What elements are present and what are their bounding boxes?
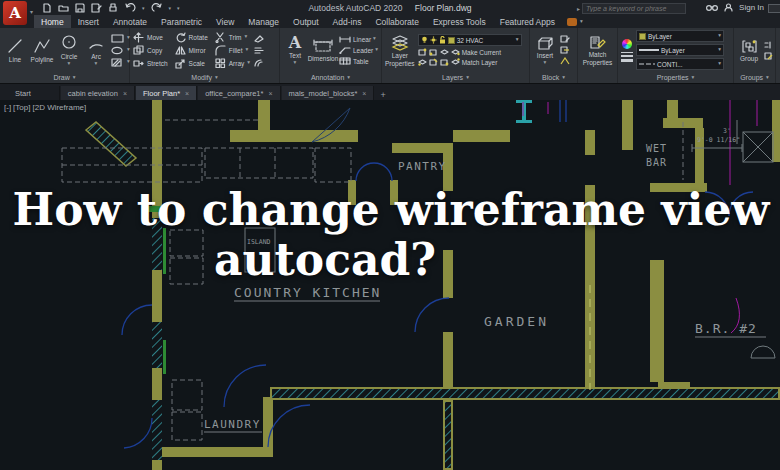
panel-label-block[interactable]: Block▾: [530, 72, 577, 83]
open-folder-icon[interactable]: [58, 3, 69, 13]
file-tab-model-blocks[interactable]: mals_model_blocks*×: [282, 86, 375, 100]
mirror-button[interactable]: Mirror: [175, 44, 208, 57]
chevron-down-icon[interactable]: ▾: [95, 61, 98, 67]
match-properties-button[interactable]: Match Properties: [583, 35, 613, 66]
object-color-dropdown[interactable]: ByLayer▾: [636, 30, 724, 42]
fillet-button[interactable]: Fillet▾: [215, 44, 250, 57]
search-binoculars-icon[interactable]: [706, 3, 718, 12]
tab-home[interactable]: Home: [34, 15, 71, 28]
rectangle-button[interactable]: ▾: [111, 34, 130, 43]
group-button[interactable]: Group: [737, 39, 761, 62]
tab-collaborate[interactable]: Collaborate: [368, 15, 425, 28]
linear-dimension-button[interactable]: Linear▾: [339, 35, 378, 43]
sign-in-link[interactable]: Sign In: [739, 3, 764, 12]
circle-button[interactable]: Circle ▾: [57, 34, 81, 67]
chevron-down-icon[interactable]: ▾: [68, 61, 71, 67]
chevron-down-icon[interactable]: ▾: [169, 6, 172, 11]
layer-properties-button[interactable]: Layer Properties: [385, 34, 415, 67]
tab-annotate[interactable]: Annotate: [106, 15, 154, 28]
trim-button[interactable]: Trim▾: [215, 31, 250, 44]
panel-label-utilities[interactable]: Uti...: [776, 72, 780, 83]
text-button[interactable]: A Text ▾: [283, 34, 307, 66]
erase-icon[interactable]: [253, 34, 265, 43]
make-current-button[interactable]: Make Current: [418, 48, 522, 56]
search-flyout-icon[interactable]: ▸: [577, 5, 580, 12]
lineweight-dropdown[interactable]: ByLayer▾: [636, 44, 724, 56]
arc-button[interactable]: Arc ▾: [84, 34, 108, 67]
polyline-button[interactable]: Polyline: [30, 37, 54, 63]
chevron-down-icon[interactable]: ▾: [142, 6, 145, 11]
group-edit-icon[interactable]: [764, 52, 773, 60]
panel-label-layers[interactable]: Layers▾: [382, 72, 529, 83]
panel-label-modify[interactable]: Modify▾: [130, 72, 279, 83]
close-icon[interactable]: ×: [123, 90, 127, 97]
file-tab-floor-plan[interactable]: Floor Plan*×: [136, 86, 197, 100]
viewport-view-control[interactable]: [Top]: [13, 103, 30, 112]
search-input[interactable]: [583, 5, 685, 12]
new-tab-button[interactable]: +: [380, 90, 385, 100]
save-icon[interactable]: [75, 3, 85, 13]
linetype-dropdown[interactable]: CONTI...▾: [636, 58, 724, 70]
tab-add-ins[interactable]: Add-ins: [326, 15, 369, 28]
autocad-logo-icon[interactable]: A: [3, 1, 27, 25]
tab-insert[interactable]: Insert: [71, 15, 106, 28]
panel-label-groups[interactable]: Groups▾: [734, 72, 775, 83]
file-tab-office-compare[interactable]: office_compare1*×: [198, 86, 280, 100]
offset-icon[interactable]: [253, 58, 265, 67]
overlay-title-line2: autocad?: [214, 238, 436, 282]
leader-button[interactable]: Leader▾: [339, 46, 378, 54]
match-layer-button[interactable]: Match Layer: [418, 58, 522, 66]
array-button[interactable]: Array▾: [215, 57, 250, 70]
file-tab-start[interactable]: Start: [8, 86, 60, 100]
file-tab-cabin-elevation[interactable]: cabin elevation×: [61, 86, 135, 100]
chevron-down-icon[interactable]: ▾: [580, 19, 583, 25]
save-as-icon[interactable]: [91, 3, 102, 13]
block-editor-icon[interactable]: [560, 46, 570, 54]
chevron-down-icon[interactable]: ▾: [516, 37, 519, 43]
block-attribute-icon[interactable]: [560, 57, 570, 65]
tab-parametric[interactable]: Parametric: [154, 15, 209, 28]
ellipse-button[interactable]: ▾: [111, 46, 130, 55]
tab-output[interactable]: Output: [286, 15, 326, 28]
undo-icon[interactable]: [124, 3, 136, 13]
store-icon[interactable]: [768, 4, 780, 13]
scale-button[interactable]: Scale: [175, 57, 208, 70]
close-icon[interactable]: ×: [362, 90, 366, 97]
layer-tool-icon: [418, 48, 427, 56]
insert-block-button[interactable]: Insert ▾: [533, 35, 557, 66]
qat-customize-icon[interactable]: ▾: [177, 6, 180, 11]
redo-icon[interactable]: [151, 3, 163, 13]
lineweight-icon[interactable]: [621, 52, 633, 62]
tab-featured-apps[interactable]: Featured Apps: [493, 15, 562, 28]
dimension-button[interactable]: Dimension: [310, 38, 336, 62]
table-button[interactable]: Table: [339, 57, 378, 65]
tab-view[interactable]: View: [209, 15, 241, 28]
move-button[interactable]: Move: [133, 31, 168, 44]
close-icon[interactable]: ×: [268, 90, 272, 97]
line-button[interactable]: Line: [3, 37, 27, 63]
tab-manage[interactable]: Manage: [241, 15, 286, 28]
panel-label-draw[interactable]: Draw▾: [0, 72, 129, 83]
chevron-down-icon[interactable]: ▾: [30, 8, 33, 15]
layer-on-bulb-icon: [421, 36, 428, 44]
user-icon[interactable]: [724, 3, 733, 12]
panel-label-properties[interactable]: Properties▾: [618, 72, 733, 83]
viewport-menu-control[interactable]: [-]: [4, 103, 11, 112]
new-file-icon[interactable]: [42, 3, 52, 13]
panel-label-annotation[interactable]: Annotation▾: [280, 72, 381, 83]
layer-dropdown[interactable]: 32 HVAC ▾: [418, 34, 522, 46]
close-icon[interactable]: ×: [185, 90, 189, 97]
drawing-canvas[interactable]: [-] [Top] [2D Wireframe]: [0, 100, 780, 470]
edit-attributes-icon[interactable]: [560, 35, 570, 43]
explode-icon[interactable]: [253, 46, 265, 55]
connect-icon[interactable]: [567, 18, 577, 26]
hatch-button[interactable]: ▾: [111, 58, 130, 67]
tab-express-tools[interactable]: Express Tools: [426, 15, 493, 28]
copy-button[interactable]: Copy: [133, 44, 168, 57]
viewport-visual-style-control[interactable]: [2D Wireframe]: [32, 103, 86, 112]
plot-icon[interactable]: [108, 3, 118, 13]
stretch-button[interactable]: Stretch: [133, 57, 168, 70]
ungroup-icon[interactable]: [764, 41, 773, 49]
rotate-button[interactable]: Rotate: [175, 31, 208, 44]
color-wheel-icon[interactable]: [622, 39, 632, 49]
